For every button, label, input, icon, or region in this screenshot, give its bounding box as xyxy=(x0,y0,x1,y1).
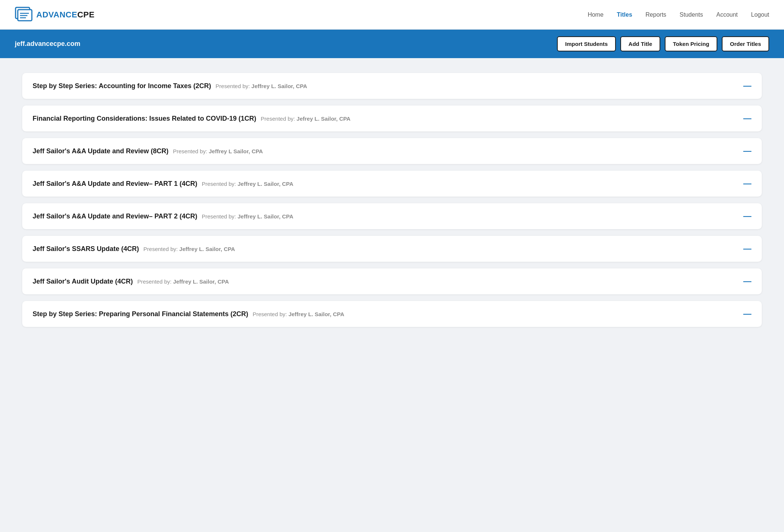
nav-link-logout[interactable]: Logout xyxy=(751,11,769,18)
add-title-button[interactable]: Add Title xyxy=(620,36,660,51)
nav-item-reports[interactable]: Reports xyxy=(645,11,666,18)
title-name: Jeff Sailor's A&A Update and Review (8CR… xyxy=(33,147,169,155)
title-card-left: Step by Step Series: Accounting for Inco… xyxy=(33,82,307,90)
collapse-button[interactable]: — xyxy=(743,309,751,319)
nav-link-titles[interactable]: Titles xyxy=(617,11,633,18)
title-card: Step by Step Series: Preparing Personal … xyxy=(22,301,762,327)
title-presenter: Presented by: Jeffrey L Sailor, CPA xyxy=(173,148,263,154)
title-name: Step by Step Series: Accounting for Inco… xyxy=(33,82,211,90)
title-presenter: Presented by: Jeffrey L. Sailor, CPA xyxy=(253,311,344,317)
nav-item-students[interactable]: Students xyxy=(680,11,703,18)
title-presenter: Presented by: Jefrey L. Sailor, CPA xyxy=(261,116,350,122)
collapse-button[interactable]: — xyxy=(743,146,751,156)
nav-item-home[interactable]: Home xyxy=(588,11,604,18)
title-presenter: Presented by: Jeffrey L. Sailor, CPA xyxy=(143,246,235,252)
title-card: Jeff Sailor's SSARS Update (4CR) Present… xyxy=(22,236,762,262)
title-card: Financial Reporting Considerations: Issu… xyxy=(22,106,762,131)
title-name: Step by Step Series: Preparing Personal … xyxy=(33,310,248,318)
title-presenter: Presented by: Jeffrey L. Sailor, CPA xyxy=(216,83,307,89)
title-presenter: Presented by: Jeffrey L. Sailor, CPA xyxy=(202,213,293,220)
collapse-button[interactable]: — xyxy=(743,114,751,123)
title-card: Jeff Sailor's A&A Update and Review (8CR… xyxy=(22,138,762,164)
nav-links: Home Titles Reports Students Account Log… xyxy=(588,11,769,18)
nav-link-account[interactable]: Account xyxy=(716,11,738,18)
title-name: Jeff Sailor's A&A Update and Review– PAR… xyxy=(33,213,197,220)
collapse-button[interactable]: — xyxy=(743,277,751,286)
title-name: Jeff Sailor's Audit Update (4CR) xyxy=(33,278,133,285)
title-card-left: Jeff Sailor's Audit Update (4CR) Present… xyxy=(33,278,229,285)
nav-item-titles[interactable]: Titles xyxy=(617,11,633,18)
title-presenter: Presented by: Jeffrey L. Sailor, CPA xyxy=(202,181,293,187)
top-navigation: ADVANCECPE Home Titles Reports Students … xyxy=(0,0,784,30)
nav-item-logout[interactable]: Logout xyxy=(751,11,769,18)
title-name: Jeff Sailor's SSARS Update (4CR) xyxy=(33,245,139,253)
title-card-left: Financial Reporting Considerations: Issu… xyxy=(33,115,350,123)
token-pricing-button[interactable]: Token Pricing xyxy=(665,36,717,51)
nav-item-account[interactable]: Account xyxy=(716,11,738,18)
import-students-button[interactable]: Import Students xyxy=(557,36,616,51)
collapse-button[interactable]: — xyxy=(743,244,751,254)
collapse-button[interactable]: — xyxy=(743,179,751,188)
title-card: Jeff Sailor's A&A Update and Review– PAR… xyxy=(22,203,762,229)
title-card: Jeff Sailor's Audit Update (4CR) Present… xyxy=(22,268,762,294)
logo-icon xyxy=(15,7,34,23)
logo-text: ADVANCECPE xyxy=(36,10,94,20)
titles-list: Step by Step Series: Accounting for Inco… xyxy=(0,58,784,342)
title-card-left: Jeff Sailor's A&A Update and Review– PAR… xyxy=(33,180,293,188)
title-card: Step by Step Series: Accounting for Inco… xyxy=(22,73,762,99)
title-card-left: Jeff Sailor's SSARS Update (4CR) Present… xyxy=(33,245,235,253)
title-name: Jeff Sailor's A&A Update and Review– PAR… xyxy=(33,180,197,188)
banner-domain: jeff.advancecpe.com xyxy=(15,40,80,48)
title-name: Financial Reporting Considerations: Issu… xyxy=(33,115,256,123)
order-titles-button[interactable]: Order Titles xyxy=(722,36,769,51)
title-card: Jeff Sailor's A&A Update and Review– PAR… xyxy=(22,171,762,197)
collapse-button[interactable]: — xyxy=(743,211,751,221)
nav-link-home[interactable]: Home xyxy=(588,11,604,18)
collapse-button[interactable]: — xyxy=(743,81,751,91)
title-card-left: Jeff Sailor's A&A Update and Review– PAR… xyxy=(33,213,293,220)
title-card-left: Jeff Sailor's A&A Update and Review (8CR… xyxy=(33,147,263,155)
banner-buttons: Import Students Add Title Token Pricing … xyxy=(557,36,769,51)
title-card-left: Step by Step Series: Preparing Personal … xyxy=(33,310,344,318)
title-presenter: Presented by: Jeffrey L. Sailor, CPA xyxy=(137,278,229,285)
blue-banner: jeff.advancecpe.com Import Students Add … xyxy=(0,30,784,58)
logo: ADVANCECPE xyxy=(15,7,94,23)
nav-link-reports[interactable]: Reports xyxy=(645,11,666,18)
nav-link-students[interactable]: Students xyxy=(680,11,703,18)
